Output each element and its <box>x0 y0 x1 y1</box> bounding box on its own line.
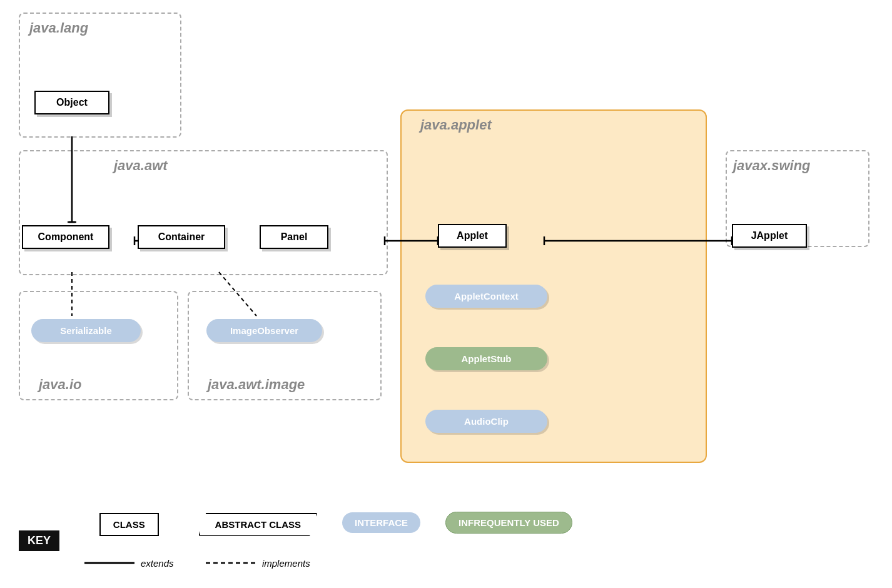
package-java-lang-label: java.lang <box>29 20 88 36</box>
key-class-box: CLASS <box>99 513 159 536</box>
interface-appletcontext-label: AppletContext <box>454 291 519 302</box>
interface-serializable: Serializable <box>31 319 141 342</box>
interface-serializable-label: Serializable <box>60 325 112 336</box>
interface-imageobserver-label: ImageObserver <box>230 325 298 336</box>
implements-line-svg <box>206 560 256 565</box>
package-java-io-label: java.io <box>39 377 81 393</box>
interface-audioclip: AudioClip <box>425 410 547 433</box>
package-java-applet-label: java.applet <box>420 117 492 133</box>
implements-label: implements <box>262 558 310 569</box>
class-panel: Panel <box>260 225 328 249</box>
package-java-awt: java.awt <box>19 150 388 275</box>
interface-audioclip-label: AudioClip <box>464 416 509 427</box>
key-abstract-class-box: ABSTRACT CLASS <box>199 513 318 536</box>
class-object-label: Object <box>56 97 88 108</box>
extends-label: extends <box>141 558 174 569</box>
package-java-awt-image: java.awt.image <box>188 291 382 400</box>
class-applet-label: Applet <box>457 230 488 241</box>
interface-imageobserver: ImageObserver <box>206 319 322 342</box>
package-java-io: java.io <box>19 291 178 400</box>
extends-line-svg <box>84 560 134 565</box>
class-container: Container <box>138 225 225 249</box>
class-panel-label: Panel <box>281 231 308 242</box>
key-interface-pill: INTERFACE <box>342 512 420 533</box>
class-japplet-label: JApplet <box>751 230 788 241</box>
class-component-label: Component <box>38 231 94 242</box>
diagram-container: java.lang java.awt java.applet javax.swi… <box>0 0 892 588</box>
interface-appletstub: AppletStub <box>425 347 547 370</box>
package-java-awt-label: java.awt <box>114 158 168 174</box>
interface-appletstub-label: AppletStub <box>462 353 512 364</box>
class-applet: Applet <box>438 224 507 248</box>
package-java-lang: java.lang <box>19 13 181 138</box>
class-japplet: JApplet <box>732 224 807 248</box>
package-javax-swing-label: javax.swing <box>733 158 811 174</box>
package-java-awt-image-label: java.awt.image <box>208 377 305 393</box>
key-infrequently-used-pill: INFREQUENTLY USED <box>445 512 572 534</box>
class-component: Component <box>22 225 109 249</box>
key-label: KEY <box>19 530 59 551</box>
key-section: KEY CLASS extends ABSTRACT CLASS impleme… <box>19 512 572 569</box>
class-object: Object <box>34 91 109 114</box>
interface-appletcontext: AppletContext <box>425 285 547 308</box>
class-container-label: Container <box>158 231 205 242</box>
